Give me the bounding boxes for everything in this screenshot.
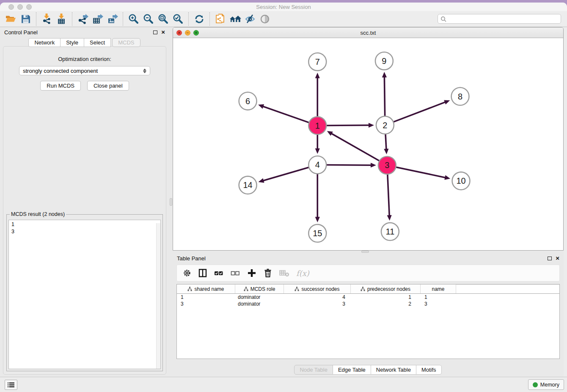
tab-network-table[interactable]: Network Table — [371, 365, 416, 375]
deselect-all-icon[interactable] — [230, 268, 240, 278]
float-panel-icon[interactable] — [153, 30, 157, 34]
graph-edge-arrowhead — [258, 104, 264, 109]
graph-edge[interactable] — [396, 167, 446, 178]
zoom-window-button[interactable] — [26, 4, 32, 10]
tab-network[interactable]: Network — [28, 38, 61, 47]
graph-edge-arrowhead — [371, 163, 376, 168]
save-session-button[interactable] — [18, 12, 33, 26]
import-network-button[interactable] — [39, 12, 54, 26]
column-header-shared-name[interactable]: shared name — [177, 284, 235, 293]
column-header-successor-nodes[interactable]: successor nodes — [284, 284, 351, 293]
search-box[interactable] — [438, 14, 561, 24]
network-canvas[interactable]: 7968124314101511 — [173, 38, 563, 250]
right-column: × − + scc.txt 7968124314101511 Table Pan… — [173, 27, 564, 377]
cell-name: 3 — [421, 301, 456, 307]
minimize-view-button[interactable]: − — [185, 30, 190, 36]
export-image-button[interactable] — [105, 12, 120, 26]
float-panel-icon[interactable] — [548, 257, 552, 260]
table-panel-header: Table Panel × — [173, 253, 564, 263]
graph-edge[interactable] — [263, 167, 309, 181]
mcds-result-group: MCDS result (2 nodes) 1 3 — [6, 211, 163, 371]
mcds-panel: Optimization criterion: strongly connect… — [3, 46, 166, 375]
cell-predecessor-nodes: 1 — [351, 294, 421, 301]
zoom-fit-button[interactable] — [156, 12, 171, 26]
mcds-result-text[interactable]: 1 3 — [8, 220, 161, 369]
select-all-icon[interactable] — [214, 268, 224, 278]
refresh-button[interactable] — [192, 12, 206, 26]
list-icon — [8, 382, 14, 388]
tab-mcds[interactable]: MCDS — [112, 38, 140, 47]
graph-edge[interactable] — [384, 77, 385, 116]
hide-button[interactable] — [242, 12, 257, 26]
import-table-button[interactable] — [54, 12, 69, 26]
table-toolbar: f(x) — [176, 265, 560, 282]
column-header-name[interactable]: name — [421, 284, 456, 293]
splitter-grip[interactable] — [361, 251, 369, 253]
graph-edge[interactable] — [393, 102, 446, 122]
table-options-gear-icon[interactable] — [182, 268, 192, 278]
graph-edge[interactable] — [385, 134, 386, 150]
graph-edge[interactable] — [326, 165, 372, 166]
tab-select[interactable]: Select — [84, 38, 111, 47]
close-window-button[interactable] — [8, 4, 14, 10]
add-column-icon[interactable] — [247, 268, 257, 278]
graph-edge[interactable] — [388, 174, 389, 216]
graph-edge-arrowhead — [315, 148, 320, 154]
delete-column-icon[interactable] — [263, 268, 272, 278]
tab-style[interactable]: Style — [60, 38, 84, 47]
show-button[interactable] — [257, 12, 272, 26]
graph-node-label: 4 — [315, 160, 320, 169]
cell-predecessor-nodes: 2 — [351, 301, 421, 307]
network-file-button[interactable] — [213, 12, 228, 26]
column-header-predecessor-nodes[interactable]: predecessor nodes — [351, 284, 421, 293]
tab-edge-table[interactable]: Edge Table — [333, 365, 371, 375]
table-row[interactable]: 1 dominator 4 1 1 — [177, 294, 559, 301]
network-file-icon — [215, 13, 226, 25]
export-table-icon — [92, 13, 104, 25]
tab-motifs[interactable]: Motifs — [416, 365, 442, 375]
graph-node-label: 10 — [456, 176, 465, 185]
close-panel-button[interactable]: Close panel — [87, 81, 129, 91]
result-scrollbar[interactable] — [156, 223, 160, 369]
run-mcds-button[interactable]: Run MCDS — [40, 81, 81, 91]
zoom-selected-button[interactable] — [171, 12, 185, 26]
tab-node-table[interactable]: Node Table — [294, 365, 333, 375]
zoom-out-button[interactable] — [141, 12, 156, 26]
import-table-icon — [56, 13, 67, 25]
task-history-button[interactable] — [5, 380, 17, 390]
control-panel: Control Panel × Network Style Select MCD… — [0, 27, 169, 377]
close-view-button[interactable]: × — [176, 30, 182, 36]
show-columns-icon[interactable] — [198, 268, 207, 278]
table-row[interactable]: 3 dominator 3 2 3 — [177, 301, 559, 307]
search-input[interactable] — [449, 16, 558, 22]
vertical-splitter[interactable] — [169, 27, 173, 377]
export-table-button[interactable] — [90, 12, 105, 26]
memory-button[interactable]: Memory — [528, 379, 564, 390]
open-session-button[interactable] — [3, 12, 18, 26]
maximize-view-button[interactable]: + — [193, 30, 199, 36]
graph-edge[interactable] — [331, 133, 379, 161]
delete-table-icon-disabled — [279, 268, 290, 278]
optimization-criterion-select[interactable]: strongly connected component — [19, 66, 150, 75]
minimize-window-button[interactable] — [17, 4, 23, 10]
close-panel-icon[interactable]: × — [556, 256, 559, 260]
cell-successor-nodes: 4 — [284, 294, 351, 301]
node-table[interactable]: shared name MCDS role successor nodes pr… — [176, 284, 560, 359]
column-type-icon — [187, 287, 192, 291]
homes-icon — [229, 14, 242, 25]
graph-edge[interactable] — [326, 125, 369, 126]
zoom-in-button[interactable] — [126, 12, 141, 26]
memory-status-icon — [533, 382, 538, 387]
column-header-mcds-role[interactable]: MCDS role — [235, 284, 284, 293]
zoom-fit-icon — [157, 13, 169, 25]
status-bar: Memory — [0, 377, 567, 392]
graph-node-label: 9 — [382, 56, 386, 66]
splitter-grip[interactable] — [170, 198, 172, 206]
home-button[interactable] — [228, 12, 242, 26]
select-chevrons-icon — [143, 69, 146, 73]
eye-icon — [259, 13, 271, 25]
close-panel-icon[interactable]: × — [161, 30, 165, 34]
export-network-button[interactable] — [75, 12, 90, 26]
graph-edge[interactable] — [262, 106, 309, 123]
network-graph[interactable]: 7968124314101511 — [173, 38, 563, 250]
